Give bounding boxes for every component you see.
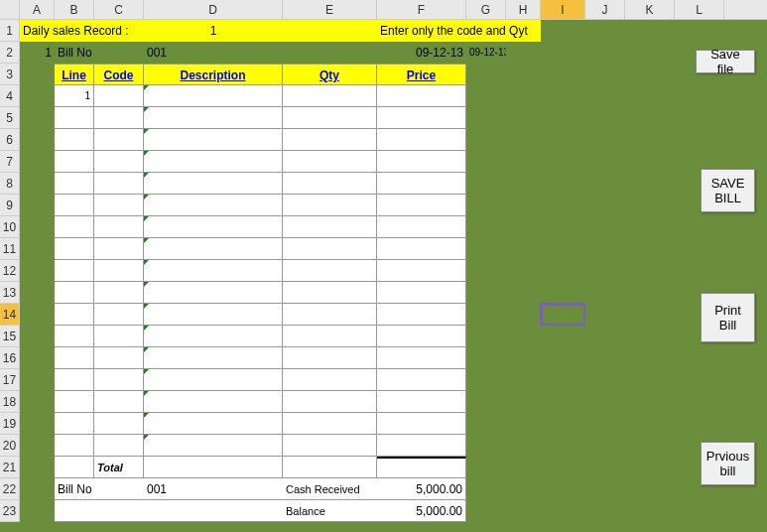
cell[interactable] [541, 435, 585, 457]
col-header-J[interactable]: J [585, 0, 625, 19]
cell[interactable] [585, 238, 625, 260]
cell[interactable] [55, 457, 94, 478]
description-cell[interactable] [144, 151, 283, 173]
row-header-4[interactable]: 4 [0, 85, 20, 107]
cell[interactable] [20, 238, 55, 260]
cell[interactable] [625, 42, 675, 64]
code-cell[interactable] [94, 85, 144, 107]
cash-received-label[interactable]: Cash Received [283, 478, 377, 500]
description-cell[interactable] [144, 413, 283, 435]
cell[interactable] [20, 435, 55, 457]
row-header-8[interactable]: 8 [0, 173, 20, 195]
cell[interactable] [506, 107, 541, 129]
row-header-1[interactable]: 1 [0, 20, 20, 42]
cell[interactable] [144, 457, 283, 478]
balance-value[interactable]: 5,000.00 [377, 500, 466, 522]
description-cell[interactable] [144, 304, 283, 326]
cell[interactable] [675, 107, 724, 129]
cell[interactable] [506, 129, 541, 151]
billno-value[interactable]: 001 [144, 42, 283, 64]
col-header-H[interactable]: H [506, 0, 541, 19]
cell[interactable] [20, 195, 55, 216]
cell[interactable] [94, 42, 144, 64]
qty-cell[interactable] [283, 151, 377, 173]
cell[interactable] [506, 347, 541, 369]
line-cell[interactable] [55, 304, 94, 326]
cell[interactable] [585, 107, 625, 129]
col-header-D[interactable]: D [144, 0, 283, 19]
cell[interactable] [585, 326, 625, 347]
line-cell[interactable] [55, 326, 94, 347]
description-cell[interactable] [144, 326, 283, 347]
cell[interactable] [675, 85, 724, 107]
row-header-12[interactable]: 12 [0, 260, 20, 282]
cell[interactable] [625, 64, 675, 85]
code-cell[interactable] [94, 391, 144, 413]
cell[interactable] [625, 20, 675, 42]
cell[interactable] [625, 260, 675, 282]
cell[interactable] [585, 195, 625, 216]
cell[interactable] [625, 413, 675, 435]
cell[interactable] [541, 195, 585, 216]
qty-cell[interactable] [283, 216, 377, 238]
row-header-17[interactable]: 17 [0, 369, 20, 391]
cell[interactable] [466, 478, 506, 500]
description-cell[interactable] [144, 195, 283, 216]
row-header-16[interactable]: 16 [0, 347, 20, 369]
row-header-9[interactable]: 9 [0, 195, 20, 216]
row-header-15[interactable]: 15 [0, 326, 20, 347]
cell[interactable] [466, 173, 506, 195]
cell[interactable] [20, 216, 55, 238]
cell[interactable] [506, 238, 541, 260]
footer-billno-value[interactable]: 001 [144, 478, 283, 500]
line-cell[interactable] [55, 238, 94, 260]
cell[interactable] [466, 282, 506, 304]
cell[interactable] [466, 129, 506, 151]
cell[interactable] [466, 107, 506, 129]
cell[interactable] [283, 20, 377, 42]
cell[interactable] [585, 282, 625, 304]
qty-cell[interactable] [283, 435, 377, 457]
total-label[interactable]: Total [94, 457, 144, 478]
price-cell[interactable] [377, 107, 466, 129]
cell[interactable] [541, 347, 585, 369]
qty-cell[interactable] [283, 129, 377, 151]
col-header-I[interactable]: I [541, 0, 585, 19]
row-header-14[interactable]: 14 [0, 304, 20, 326]
cell[interactable] [466, 413, 506, 435]
cell[interactable] [466, 151, 506, 173]
description-cell[interactable] [144, 369, 283, 391]
code-cell[interactable] [94, 107, 144, 129]
cell[interactable] [506, 173, 541, 195]
price-cell[interactable] [377, 216, 466, 238]
col-header-A[interactable]: A [20, 0, 55, 19]
code-cell[interactable] [94, 304, 144, 326]
cash-received-value[interactable]: 5,000.00 [377, 478, 466, 500]
row-header-21[interactable]: 21 [0, 457, 20, 478]
line-cell[interactable] [55, 195, 94, 216]
line-cell[interactable] [55, 369, 94, 391]
cell[interactable] [625, 326, 675, 347]
cell[interactable] [20, 151, 55, 173]
date-value[interactable]: 09-12-13 [377, 42, 466, 64]
cell[interactable] [541, 64, 585, 85]
cell[interactable] [541, 391, 585, 413]
active-cell[interactable] [541, 304, 585, 326]
qty-cell[interactable] [283, 347, 377, 369]
code-cell[interactable] [94, 195, 144, 216]
cell[interactable] [506, 457, 541, 478]
cell[interactable] [625, 435, 675, 457]
cell[interactable] [625, 304, 675, 326]
cell[interactable] [466, 391, 506, 413]
cell[interactable] [541, 85, 585, 107]
description-cell[interactable] [144, 85, 283, 107]
price-cell[interactable] [377, 435, 466, 457]
cell[interactable] [585, 457, 625, 478]
daily-sales-value[interactable]: 1 [144, 20, 283, 42]
price-cell[interactable] [377, 369, 466, 391]
cell[interactable] [541, 500, 585, 522]
row2-seq[interactable]: 1 [20, 42, 55, 64]
cell[interactable] [675, 20, 724, 42]
cell[interactable] [675, 129, 724, 151]
line-cell[interactable] [55, 173, 94, 195]
